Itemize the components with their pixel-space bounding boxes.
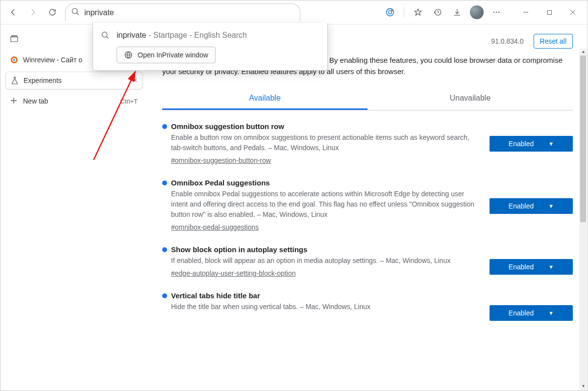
flags-tabs: Available Unavailable: [162, 88, 573, 110]
svg-point-13: [13, 59, 15, 61]
scroll-thumb[interactable]: [580, 55, 586, 222]
bullet-icon: [162, 124, 167, 129]
omnibox-dropdown: inprivate - Startpage - English Search O…: [93, 23, 328, 71]
flag-hash-link[interactable]: #omnibox-suggestion-button-row: [171, 156, 271, 164]
omnibox-input[interactable]: [65, 3, 300, 21]
tab-actions-icon: [10, 35, 18, 43]
inprivate-icon: [124, 51, 133, 59]
more-button[interactable]: [488, 3, 505, 21]
downloads-button[interactable]: [448, 3, 466, 21]
refresh-button[interactable]: [44, 3, 61, 21]
flag-title: Omnibox Pedal suggestions: [171, 179, 480, 187]
tab-unavailable[interactable]: Unavailable: [368, 88, 573, 110]
flag-info: Omnibox suggestion button rowEnable a bu…: [162, 122, 480, 165]
window-maximize[interactable]: [539, 4, 560, 20]
favorites-button[interactable]: [409, 3, 427, 21]
search-icon: [71, 7, 80, 16]
svg-point-3: [392, 9, 393, 11]
scroll-up-icon[interactable]: ▴: [579, 49, 587, 55]
forward-button[interactable]: [24, 3, 42, 21]
flag-title: Omnibox suggestion button row: [171, 122, 480, 130]
flag-description: Hide the title bar when using vertical t…: [171, 302, 480, 312]
flag-state-select[interactable]: Enabled▼: [490, 305, 573, 321]
flag-title: Show block option in autoplay settings: [171, 245, 480, 254]
new-tab-button[interactable]: New tab Ctrl+T: [5, 92, 143, 110]
flask-icon: [11, 77, 19, 84]
site-favicon: [10, 56, 18, 64]
bullet-icon: [162, 247, 167, 252]
flag-row: Omnibox Pedal suggestionsEnable omnibox …: [162, 179, 573, 232]
tab-title: Experiments: [24, 77, 62, 84]
back-button[interactable]: [4, 3, 22, 21]
reset-all-button[interactable]: Reset all: [534, 34, 573, 49]
window-minimize[interactable]: [515, 4, 537, 20]
browser-toolbar: [0, 0, 588, 24]
flag-hash-link[interactable]: #omnibox-pedal-suggestions: [171, 223, 259, 231]
plus-icon: [10, 97, 18, 105]
bullet-icon: [162, 181, 167, 185]
svg-point-7: [498, 12, 499, 13]
flag-info: Vertical tabs hide title barHide the tit…: [162, 291, 480, 321]
flag-state-select[interactable]: Enabled▼: [490, 198, 573, 214]
bullet-icon: [162, 293, 167, 298]
chevron-down-icon: ▼: [548, 141, 554, 147]
flag-row: Show block option in autoplay settingsIf…: [162, 245, 573, 278]
history-button[interactable]: [429, 3, 446, 21]
new-tab-label: New tab: [23, 97, 48, 105]
tracking-prevention-icon[interactable]: [381, 3, 399, 21]
version-label: 91.0.834.0: [491, 37, 523, 45]
vertical-tabs-sidebar: Winreview - Сайт о Experiments × New tab…: [0, 25, 147, 391]
search-icon: [101, 31, 110, 40]
omnibox-suggestion[interactable]: inprivate - Startpage - English Search: [98, 27, 322, 44]
omnibox-wrap: [65, 3, 300, 21]
svg-point-2: [389, 11, 392, 14]
new-tab-shortcut: Ctrl+T: [120, 98, 138, 105]
flag-info: Omnibox Pedal suggestionsEnable omnibox …: [162, 179, 480, 232]
scroll-down-icon[interactable]: ▾: [579, 383, 587, 390]
flag-row: Omnibox suggestion button rowEnable a bu…: [162, 122, 573, 165]
toolbar-separator: [404, 7, 404, 18]
flag-state-select[interactable]: Enabled▼: [490, 136, 573, 152]
tab-title: Winreview - Сайт о: [23, 56, 82, 64]
flag-state-select[interactable]: Enabled▼: [490, 259, 573, 275]
flag-hash-link[interactable]: #edge-autoplay-user-setting-block-option: [171, 269, 295, 277]
flag-description: Enable a button row on omnibox suggestio…: [171, 132, 480, 153]
chevron-down-icon: ▼: [548, 310, 554, 316]
flag-description: Enable omnibox Pedal suggestions to acce…: [171, 189, 480, 220]
tab-available[interactable]: Available: [162, 88, 368, 110]
close-tab-button[interactable]: ×: [133, 76, 137, 85]
profile-avatar[interactable]: [468, 3, 486, 21]
svg-rect-8: [547, 10, 551, 14]
svg-point-5: [493, 12, 494, 13]
scrollbar[interactable]: ▴ ▾: [579, 49, 587, 390]
flag-title: Vertical tabs hide title bar: [171, 291, 480, 300]
flag-description: If enabled, block will appear as an opti…: [171, 256, 480, 266]
chevron-down-icon: ▼: [548, 264, 554, 270]
svg-point-6: [496, 12, 497, 13]
flag-row: Vertical tabs hide title barHide the tit…: [162, 291, 573, 321]
page-main: Experiments 91.0.834.0 Reset all WARNING…: [147, 25, 588, 391]
chevron-down-icon: ▼: [548, 203, 554, 209]
pedal-label: Open InPrivate window: [138, 51, 208, 59]
inprivate-pedal-button[interactable]: Open InPrivate window: [117, 47, 216, 63]
sidebar-tab-experiments[interactable]: Experiments ×: [5, 72, 143, 89]
flag-info: Show block option in autoplay settingsIf…: [162, 245, 480, 278]
svg-point-14: [102, 32, 107, 37]
content-area: Winreview - Сайт о Experiments × New tab…: [0, 25, 588, 391]
svg-point-0: [72, 8, 77, 14]
window-close[interactable]: [562, 4, 584, 20]
